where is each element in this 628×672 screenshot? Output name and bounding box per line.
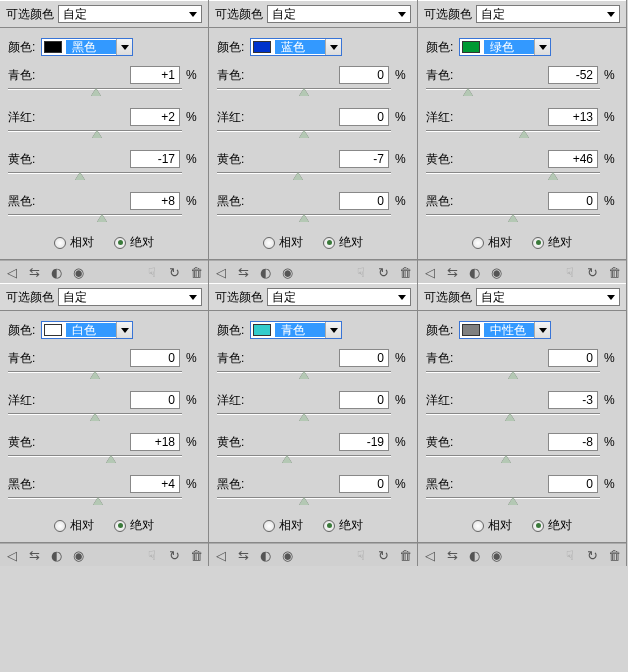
slider-thumb[interactable]: [501, 455, 511, 463]
sync-icon[interactable]: ⇆: [444, 547, 460, 563]
slider-thumb[interactable]: [508, 371, 518, 379]
slider-track[interactable]: [217, 86, 391, 98]
preset-dropdown[interactable]: 自定: [267, 288, 411, 306]
eye-icon[interactable]: ◉: [488, 264, 504, 280]
slider-track[interactable]: [217, 369, 391, 381]
radio-option-relative[interactable]: 相对: [472, 517, 512, 534]
mask-icon[interactable]: ◐: [48, 264, 64, 280]
refresh-icon[interactable]: ↻: [584, 264, 600, 280]
arrow-left-icon[interactable]: ◁: [213, 547, 229, 563]
radio-option-absolute[interactable]: 绝对: [532, 517, 572, 534]
slider-value-input[interactable]: [548, 433, 598, 451]
trash-icon[interactable]: 🗑: [397, 547, 413, 563]
slider-thumb[interactable]: [548, 172, 558, 180]
radio-option-absolute[interactable]: 绝对: [532, 234, 572, 251]
slider-thumb[interactable]: [293, 172, 303, 180]
slider-track[interactable]: [8, 128, 182, 140]
hand-icon[interactable]: ☟: [562, 547, 578, 563]
arrow-left-icon[interactable]: ◁: [4, 264, 20, 280]
slider-value-input[interactable]: [548, 475, 598, 493]
hand-icon[interactable]: ☟: [353, 547, 369, 563]
mask-icon[interactable]: ◐: [257, 547, 273, 563]
slider-value-input[interactable]: [130, 150, 180, 168]
refresh-icon[interactable]: ↻: [375, 264, 391, 280]
slider-thumb[interactable]: [91, 88, 101, 96]
trash-icon[interactable]: 🗑: [397, 264, 413, 280]
slider-thumb[interactable]: [505, 413, 515, 421]
refresh-icon[interactable]: ↻: [375, 547, 391, 563]
hand-icon[interactable]: ☟: [353, 264, 369, 280]
slider-value-input[interactable]: [130, 66, 180, 84]
sync-icon[interactable]: ⇆: [235, 264, 251, 280]
slider-thumb[interactable]: [97, 214, 107, 222]
slider-track[interactable]: [426, 128, 600, 140]
eye-icon[interactable]: ◉: [70, 547, 86, 563]
slider-track[interactable]: [8, 411, 182, 423]
slider-value-input[interactable]: [339, 192, 389, 210]
slider-value-input[interactable]: [548, 108, 598, 126]
slider-value-input[interactable]: [130, 192, 180, 210]
radio-option-relative[interactable]: 相对: [263, 517, 303, 534]
preset-dropdown[interactable]: 自定: [476, 288, 620, 306]
refresh-icon[interactable]: ↻: [166, 547, 182, 563]
eye-icon[interactable]: ◉: [279, 264, 295, 280]
slider-value-input[interactable]: [548, 192, 598, 210]
slider-value-input[interactable]: [339, 475, 389, 493]
arrow-left-icon[interactable]: ◁: [422, 547, 438, 563]
slider-value-input[interactable]: [130, 475, 180, 493]
arrow-left-icon[interactable]: ◁: [4, 547, 20, 563]
sync-icon[interactable]: ⇆: [235, 547, 251, 563]
color-dropdown[interactable]: 青色: [250, 321, 342, 339]
slider-track[interactable]: [426, 411, 600, 423]
trash-icon[interactable]: 🗑: [606, 264, 622, 280]
hand-icon[interactable]: ☟: [562, 264, 578, 280]
preset-dropdown[interactable]: 自定: [58, 5, 202, 23]
slider-value-input[interactable]: [548, 66, 598, 84]
trash-icon[interactable]: 🗑: [188, 264, 204, 280]
slider-track[interactable]: [426, 453, 600, 465]
preset-dropdown[interactable]: 自定: [267, 5, 411, 23]
slider-track[interactable]: [217, 495, 391, 507]
slider-value-input[interactable]: [339, 433, 389, 451]
slider-thumb[interactable]: [299, 214, 309, 222]
trash-icon[interactable]: 🗑: [606, 547, 622, 563]
slider-track[interactable]: [426, 495, 600, 507]
radio-option-absolute[interactable]: 绝对: [114, 234, 154, 251]
slider-track[interactable]: [8, 495, 182, 507]
slider-value-input[interactable]: [548, 391, 598, 409]
slider-value-input[interactable]: [130, 433, 180, 451]
mask-icon[interactable]: ◐: [257, 264, 273, 280]
slider-thumb[interactable]: [299, 88, 309, 96]
radio-option-relative[interactable]: 相对: [263, 234, 303, 251]
slider-thumb[interactable]: [93, 497, 103, 505]
sync-icon[interactable]: ⇆: [26, 547, 42, 563]
slider-track[interactable]: [8, 86, 182, 98]
radio-option-relative[interactable]: 相对: [54, 234, 94, 251]
slider-value-input[interactable]: [339, 349, 389, 367]
slider-value-input[interactable]: [130, 108, 180, 126]
arrow-left-icon[interactable]: ◁: [213, 264, 229, 280]
radio-option-absolute[interactable]: 绝对: [114, 517, 154, 534]
slider-track[interactable]: [8, 369, 182, 381]
slider-track[interactable]: [217, 128, 391, 140]
eye-icon[interactable]: ◉: [488, 547, 504, 563]
color-dropdown[interactable]: 中性色: [459, 321, 551, 339]
radio-option-relative[interactable]: 相对: [472, 234, 512, 251]
slider-thumb[interactable]: [299, 413, 309, 421]
slider-value-input[interactable]: [548, 349, 598, 367]
arrow-left-icon[interactable]: ◁: [422, 264, 438, 280]
slider-value-input[interactable]: [130, 349, 180, 367]
slider-value-input[interactable]: [339, 66, 389, 84]
slider-thumb[interactable]: [90, 371, 100, 379]
color-dropdown[interactable]: 绿色: [459, 38, 551, 56]
slider-track[interactable]: [8, 170, 182, 182]
slider-track[interactable]: [8, 212, 182, 224]
slider-value-input[interactable]: [339, 108, 389, 126]
slider-thumb[interactable]: [106, 455, 116, 463]
radio-option-absolute[interactable]: 绝对: [323, 517, 363, 534]
trash-icon[interactable]: 🗑: [188, 547, 204, 563]
slider-value-input[interactable]: [548, 150, 598, 168]
color-dropdown[interactable]: 白色: [41, 321, 133, 339]
slider-thumb[interactable]: [282, 455, 292, 463]
radio-option-absolute[interactable]: 绝对: [323, 234, 363, 251]
